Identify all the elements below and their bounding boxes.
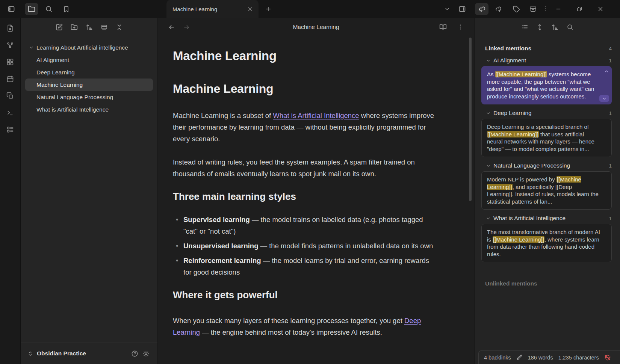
- backlink-result[interactable]: The most transformative branch of modern…: [481, 224, 612, 262]
- expand-view-button[interactable]: [98, 21, 110, 33]
- new-folder-icon: [71, 24, 78, 31]
- terminal-button[interactable]: [5, 108, 16, 118]
- backlink-result[interactable]: Deep Learning is a specialised branch of…: [481, 119, 612, 157]
- tab-close-button[interactable]: [245, 4, 255, 14]
- more-options-icon: [457, 24, 464, 30]
- reading-mode-button[interactable]: [437, 21, 449, 33]
- daily-note-button[interactable]: [5, 74, 16, 84]
- bold-run: Supervised learning: [183, 216, 250, 224]
- new-tab-button[interactable]: [262, 3, 275, 15]
- backlink-result-selected[interactable]: As [[Machine Learning]] systems become m…: [481, 66, 612, 104]
- help-button[interactable]: [129, 348, 140, 359]
- more-options-button[interactable]: [455, 21, 466, 33]
- backlink-file-header[interactable]: Natural Language Processing 1: [481, 162, 612, 169]
- canvas-button[interactable]: [5, 57, 16, 67]
- tags-panel-button[interactable]: [510, 3, 523, 15]
- text-run: Modern NLP is powered by: [487, 176, 556, 183]
- file-label: AI Alignment: [36, 57, 69, 63]
- minimize-icon: [555, 6, 561, 12]
- text-run: — the model finds patterns in unlabelled…: [258, 242, 433, 250]
- templates-button[interactable]: [5, 91, 16, 101]
- titlebar-separator-dots: [545, 6, 546, 11]
- close-icon: [597, 6, 603, 12]
- file-row-active[interactable]: Machine Learning: [25, 79, 153, 91]
- workspaces-button[interactable]: [5, 125, 16, 134]
- file-label: What is Artificial Intelligence: [36, 106, 109, 113]
- file-row[interactable]: Deep Learning: [25, 66, 153, 79]
- folder-row[interactable]: Learning About Artificial intelligence: [25, 41, 153, 54]
- show-as-list-button[interactable]: [519, 21, 531, 33]
- tag-icon: [513, 6, 520, 13]
- chevron-up-icon[interactable]: [604, 69, 609, 74]
- expand-results-button[interactable]: [534, 21, 546, 33]
- heading-where-powerful: Where it gets powerful: [173, 289, 436, 301]
- graph-view-button[interactable]: [5, 40, 16, 50]
- unlinked-mentions-header[interactable]: Unlinked mentions: [481, 280, 612, 287]
- close-window-button[interactable]: [594, 3, 607, 15]
- navigate-forward-button[interactable]: [181, 22, 192, 32]
- close-icon: [247, 6, 253, 12]
- plus-icon: [265, 6, 272, 12]
- search-results-button[interactable]: [564, 21, 576, 33]
- internal-link-what-is-ai[interactable]: What is Artificial Intelligence: [273, 112, 359, 119]
- tab-title: Machine Learning: [172, 6, 245, 12]
- file-row[interactable]: AI Alignment: [25, 54, 153, 66]
- archive-panel-button[interactable]: [526, 3, 540, 15]
- editor-scrollbar[interactable]: [469, 38, 472, 201]
- sort-order-button[interactable]: [83, 21, 95, 33]
- tab-list-button[interactable]: [440, 3, 454, 15]
- new-note-button[interactable]: [53, 21, 65, 33]
- sort-icon: [86, 24, 93, 31]
- right-sidebar-toggle-icon: [458, 5, 466, 13]
- panel-icon: [101, 24, 108, 31]
- new-note-icon: [56, 24, 63, 31]
- backlink-file-header[interactable]: AI Alignment 1: [481, 57, 612, 64]
- list-item: Supervised learning — the model trains o…: [173, 214, 436, 237]
- chevrons-up-down-icon: [27, 351, 33, 356]
- collapse-all-icon: [116, 24, 123, 31]
- file-row[interactable]: What is Artificial Intelligence: [25, 103, 153, 116]
- character-count-status[interactable]: 1,235 characters: [558, 355, 599, 361]
- titlebar: Machine Learning: [0, 0, 620, 18]
- files-view-button[interactable]: [25, 3, 38, 15]
- word-count-status[interactable]: 186 words: [528, 355, 553, 361]
- search-view-button[interactable]: [42, 3, 56, 15]
- quick-switcher-button[interactable]: [5, 23, 16, 33]
- backlink-count-status[interactable]: 4 backlinks: [484, 355, 511, 361]
- outgoing-links-icon: [495, 5, 503, 13]
- chevron-down-icon: [29, 45, 36, 50]
- backlink-file-name: What is Artificial Intelligence: [493, 215, 609, 222]
- sync-off-icon[interactable]: [604, 354, 611, 361]
- text-run: When you stack many layers of these lear…: [173, 317, 404, 325]
- backlink-result[interactable]: Modern NLP is powered by [[Machine Learn…: [481, 171, 612, 210]
- backlinks-panel-button[interactable]: [475, 3, 488, 15]
- backlink-file-name: Deep Learning: [493, 110, 609, 116]
- edit-indicator[interactable]: [516, 354, 523, 361]
- graph-icon: [6, 41, 14, 49]
- arrow-left-icon: [168, 24, 175, 31]
- restore-window-button[interactable]: [573, 3, 586, 15]
- bookmarks-view-button[interactable]: [59, 3, 73, 15]
- minimize-button[interactable]: [552, 3, 565, 15]
- file-search-icon: [6, 24, 14, 32]
- backlink-file-header[interactable]: What is Artificial Intelligence 1: [481, 215, 612, 222]
- backlink-file-header[interactable]: Deep Learning 1: [481, 110, 612, 116]
- vault-switcher[interactable]: Obsidian Practice: [21, 343, 157, 364]
- text-run: Deep Learning is a specialised branch of: [487, 124, 589, 130]
- file-explorer: Learning About Artificial intelligence A…: [21, 18, 158, 364]
- left-sidebar-toggle-button[interactable]: [5, 3, 18, 15]
- navigate-back-button[interactable]: [166, 22, 177, 32]
- settings-button[interactable]: [140, 348, 151, 359]
- right-sidebar-toggle-button[interactable]: [455, 3, 469, 15]
- collapse-all-button[interactable]: [113, 21, 125, 33]
- chevron-down-button[interactable]: [599, 95, 609, 102]
- text-run: Machine Learning is a subset of: [173, 112, 273, 119]
- file-row[interactable]: Natural Language Processing: [25, 91, 153, 103]
- workspace-tab[interactable]: Machine Learning: [166, 0, 259, 18]
- new-folder-button[interactable]: [68, 21, 80, 33]
- note-content: Machine Learning Machine Learning Machin…: [173, 49, 436, 338]
- list-item: Reinforcement learning — the model learn…: [173, 255, 436, 278]
- sort-results-button[interactable]: [549, 21, 561, 33]
- book-open-icon: [439, 23, 447, 31]
- outgoing-links-button[interactable]: [492, 3, 506, 15]
